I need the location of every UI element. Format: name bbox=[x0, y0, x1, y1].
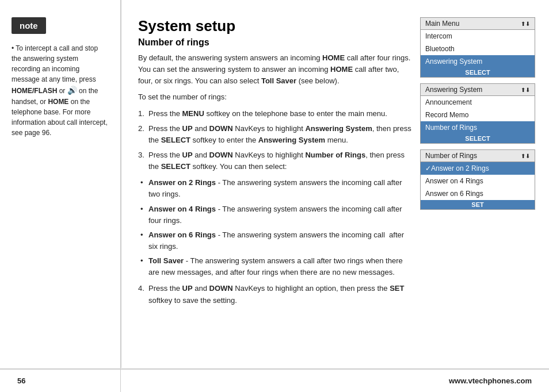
footer-url: www.vtechphones.com bbox=[449, 376, 532, 385]
menu-answering-select[interactable]: SELECT bbox=[421, 134, 535, 143]
menu-main-arrows: ⬆⬇ bbox=[521, 21, 530, 27]
menu-answering-number-of-rings[interactable]: Number of Rings bbox=[421, 121, 535, 134]
menu-main-header: Main Menu ⬆⬇ bbox=[421, 18, 535, 30]
menu-answering-title: Answering System bbox=[425, 86, 482, 94]
option-2-rings: Answer on 2 Rings - The answering system… bbox=[138, 177, 414, 200]
note-badge: note bbox=[12, 17, 46, 34]
step4-list: 4. Press the UP and DOWN NavKeys to high… bbox=[138, 283, 414, 306]
main-content: System setup Number of rings By default,… bbox=[121, 0, 426, 368]
menu-rings-arrows: ⬆⬇ bbox=[521, 153, 530, 159]
page-title: System setup bbox=[138, 17, 414, 35]
step-1: 1. Press the MENU softkey on the telepho… bbox=[138, 108, 414, 120]
option-4-rings: Answer on 4 Rings - The answering system… bbox=[138, 203, 414, 226]
menu-answering-record-memo[interactable]: Record Memo bbox=[421, 109, 535, 121]
step-2: 2. Press the UP and DOWN NavKeys to high… bbox=[138, 123, 414, 146]
menu-rings-2[interactable]: ✓Answer on 2 Rings bbox=[421, 162, 535, 175]
menu-main-bluetooth[interactable]: Bluetooth bbox=[421, 43, 535, 55]
intro-paragraph: By default, the answering system answers… bbox=[138, 52, 414, 87]
menu-rings-set[interactable]: SET bbox=[421, 200, 535, 209]
menu-main-title: Main Menu bbox=[425, 20, 459, 28]
right-panel: Main Menu ⬆⬇ Intercom Bluetooth Answerin… bbox=[420, 17, 535, 216]
menu-answering-arrows: ⬆⬇ bbox=[521, 87, 530, 93]
menu-rings-title: Number of Rings bbox=[425, 152, 477, 160]
step-4: 4. Press the UP and DOWN NavKeys to high… bbox=[138, 283, 414, 306]
footer: 56 www.vtechphones.com bbox=[0, 369, 549, 392]
option-toll-saver: Toll Saver - The answering system answer… bbox=[138, 255, 414, 278]
menu-answering-announcement[interactable]: Announcement bbox=[421, 96, 535, 109]
step-3: 3. Press the UP and DOWN NavKeys to high… bbox=[138, 149, 414, 172]
set-rings-label: To set the number of rings: bbox=[138, 91, 414, 103]
option-6-rings: Answer on 6 Rings - The answering system… bbox=[138, 229, 414, 252]
menu-rings-4[interactable]: Answer on 4 Rings bbox=[421, 175, 535, 187]
menu-answering: Answering System ⬆⬇ Announcement Record … bbox=[420, 83, 535, 144]
menu-rings-6[interactable]: Answer on 6 Rings bbox=[421, 187, 535, 200]
footer-page-number: 56 bbox=[17, 376, 25, 385]
sidebar-note-item: • To intercept a call and stop the answe… bbox=[12, 43, 109, 138]
menu-main-intercom[interactable]: Intercom bbox=[421, 30, 535, 43]
options-list: Answer on 2 Rings - The answering system… bbox=[138, 177, 414, 278]
menu-rings: Number of Rings ⬆⬇ ✓Answer on 2 Rings An… bbox=[420, 149, 535, 210]
menu-main-select[interactable]: SELECT bbox=[421, 68, 535, 77]
section-title: Number of rings bbox=[138, 37, 414, 48]
menu-main: Main Menu ⬆⬇ Intercom Bluetooth Answerin… bbox=[420, 17, 535, 78]
menu-main-answering[interactable]: Answering System bbox=[421, 55, 535, 68]
menu-answering-header: Answering System ⬆⬇ bbox=[421, 84, 535, 96]
left-sidebar: note • To intercept a call and stop the … bbox=[0, 0, 121, 392]
steps-list: 1. Press the MENU softkey on the telepho… bbox=[138, 108, 414, 173]
menu-rings-header: Number of Rings ⬆⬇ bbox=[421, 150, 535, 162]
sidebar-text-part1: To intercept a call and stop the answeri… bbox=[12, 44, 108, 137]
